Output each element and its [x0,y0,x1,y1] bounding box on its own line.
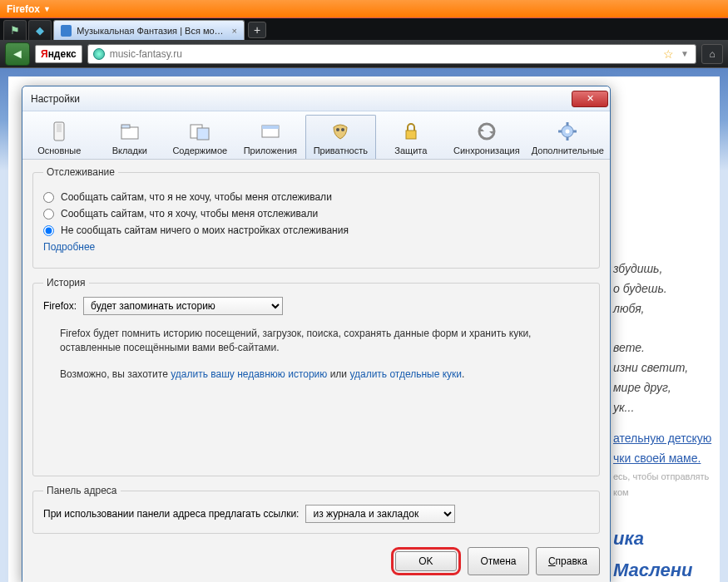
addressbar-label: При использовании панели адреса предлага… [43,508,299,520]
leaked-body-text: збудишь, о будешь. любя, вете. изни свет… [613,259,721,582]
dialog-button-row: OK Отмена Справка [32,542,600,575]
dialog-titlebar: Настройки ✕ [22,86,610,111]
addressbar-suggest-select[interactable]: из журнала и закладок [305,505,455,523]
mask-icon [306,121,375,142]
svg-rect-5 [197,128,209,140]
help-button[interactable]: Справка [536,547,600,575]
svg-rect-7 [262,126,279,129]
home-button[interactable]: ⌂ [701,44,723,64]
svg-rect-1 [57,124,62,132]
folder-icon [96,121,165,142]
dialog-title: Настройки [31,93,80,105]
app-tab-2[interactable]: ◆ [28,20,52,40]
history-legend: История [43,277,89,289]
radio-input[interactable] [43,225,54,236]
svg-rect-10 [406,131,416,139]
back-button[interactable]: ◄ [5,42,30,66]
svg-point-9 [341,128,344,131]
history-description: Firefox будет помнить историю посещений,… [60,327,576,382]
bookmark-star-icon[interactable]: ☆ [663,47,674,61]
svg-point-13 [566,130,570,134]
tab-apps[interactable]: Приложения [235,115,306,159]
url-bar[interactable]: ☆ ▼ [87,44,696,64]
ok-button[interactable]: OK [395,551,457,571]
chevron-down-icon: ▼ [43,5,51,13]
clear-history-link[interactable]: удалить вашу недавнюю историю [171,368,327,380]
url-input[interactable] [110,48,658,60]
svg-rect-3 [121,125,130,128]
settings-dialog: Настройки ✕ Основные Вкладки Содержимое … [22,86,611,582]
tracking-opt-1[interactable]: Сообщать сайтам, что я не хочу, чтобы ме… [43,191,589,203]
tab-sync[interactable]: Синхронизация [446,115,527,159]
svg-rect-2 [121,127,138,139]
close-icon: ✕ [587,93,594,103]
tab-content[interactable]: Содержимое [165,115,235,159]
tracking-fieldset: Отслеживание Сообщать сайтам, что я не х… [32,166,600,269]
clear-cookies-link[interactable]: удалить отдельные куки [349,368,462,380]
svg-point-8 [336,128,339,131]
tab-general[interactable]: Основные [24,115,95,159]
app-tab-1[interactable]: ⚑ [3,20,27,40]
page-link-1[interactable]: ательную детскую [613,429,721,449]
favicon-icon [61,25,72,37]
radio-input[interactable] [43,209,54,219]
ok-button-highlight: OK [391,547,461,575]
page-headline: ика Маслени [613,523,721,582]
settings-tab-bar: Основные Вкладки Содержимое Приложения П… [22,111,610,160]
page-link-2[interactable]: чки своей маме. [613,449,721,469]
gear-icon [528,121,607,142]
cancel-button[interactable]: Отмена [468,547,529,575]
browser-tab[interactable]: Музыкальная Фантазия | Вся моя м... × [53,20,245,40]
globe-icon [93,48,105,60]
tab-strip: ⚑ ◆ Музыкальная Фантазия | Вся моя м... … [0,18,728,40]
switch-icon [25,121,94,142]
close-icon[interactable]: × [232,26,237,36]
dialog-body: Отслеживание Сообщать сайтам, что я не х… [22,160,610,582]
chevron-down-icon[interactable]: ▼ [681,49,689,58]
tab-privacy[interactable]: Приватность [305,115,376,159]
addressbar-legend: Панель адреса [43,485,121,496]
history-fieldset: История Firefox: будет запоминать истори… [32,277,600,476]
tab-advanced[interactable]: Дополнительные [527,115,608,159]
flag-icon: ⚑ [10,24,20,37]
apps-icon [236,121,305,142]
radio-input[interactable] [43,192,54,203]
tab-tabs[interactable]: Вкладки [95,115,166,159]
lock-icon [377,121,446,142]
content-icon [166,121,235,142]
history-mode-select[interactable]: будет запоминать историю [83,297,283,315]
firefox-menu-button-label[interactable]: Firefox [7,3,40,15]
tracking-opt-2[interactable]: Сообщать сайтам, что я хочу, чтобы меня … [43,208,589,219]
firefox-menu-bar: Firefox ▼ [0,0,728,18]
addressbar-fieldset: Панель адреса При использовании панели а… [32,485,600,534]
sync-icon [447,121,526,142]
tab-security[interactable]: Защита [376,115,447,159]
history-label: Firefox: [43,300,77,312]
tracking-more-link[interactable]: Подробнее [43,241,95,253]
tab-title: Музыкальная Фантазия | Вся моя м... [77,26,226,36]
dialog-close-button[interactable]: ✕ [572,91,608,107]
tracking-opt-3[interactable]: Не сообщать сайтам ничего о моих настрой… [43,224,589,236]
nav-bar: ◄ ЯЯндексндекс ☆ ▼ ⌂ [0,40,728,68]
new-tab-button[interactable]: + [248,22,266,38]
drop-icon: ◆ [36,24,44,37]
yandex-badge[interactable]: ЯЯндексндекс [35,45,82,63]
tracking-legend: Отслеживание [43,166,118,178]
